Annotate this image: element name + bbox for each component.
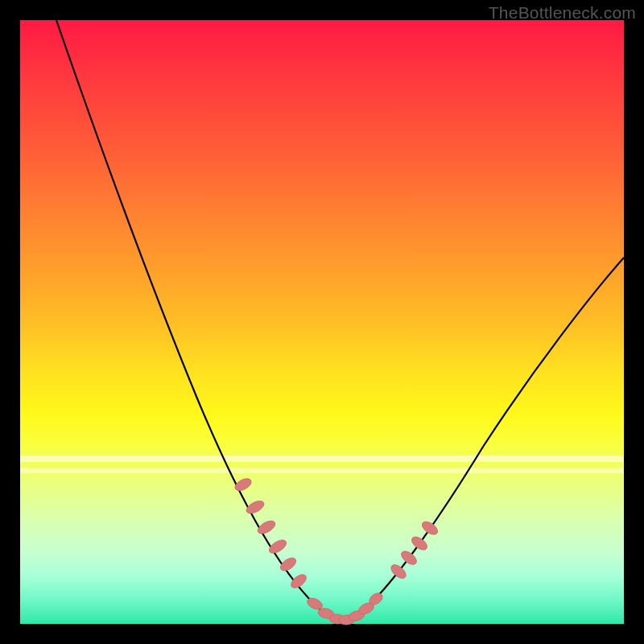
bead [410, 535, 430, 553]
curve-layer [20, 20, 624, 624]
bead [245, 498, 266, 516]
watermark-text: TheBottleneck.com [489, 3, 636, 23]
plot-area [20, 20, 624, 624]
bottleneck-curve [56, 20, 624, 621]
outer-frame: TheBottleneck.com [0, 0, 644, 644]
bead [256, 518, 278, 536]
bead [399, 548, 419, 567]
beads-group [233, 477, 440, 625]
bead [233, 477, 253, 493]
bead [420, 519, 440, 537]
bead [279, 555, 299, 573]
bead [389, 562, 409, 580]
